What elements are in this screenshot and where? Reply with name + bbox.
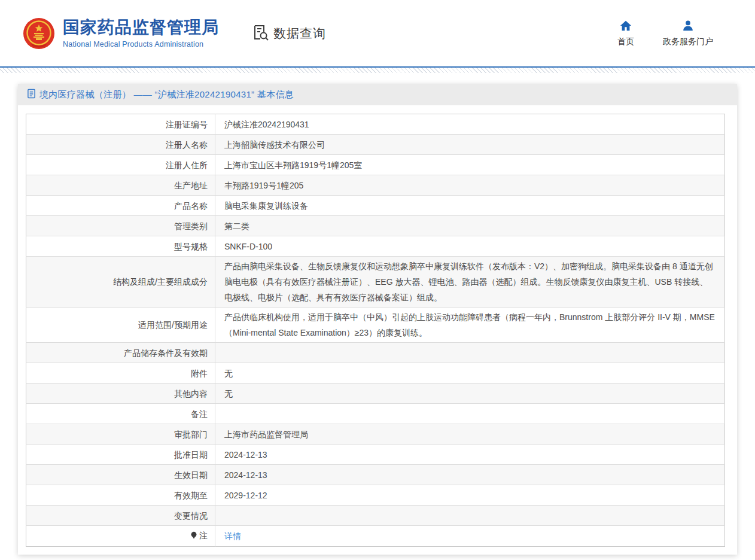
table-row: 注册证编号沪械注准20242190431 (26, 114, 725, 135)
nav-home-label: 首页 (617, 36, 634, 47)
row-value: 丰翔路1919号1幢205 (215, 175, 725, 196)
table-row: 生效日期2024-12-13 (26, 465, 725, 485)
details-link[interactable]: 详情 (224, 531, 241, 541)
row-label: 注册人住所 (26, 155, 215, 175)
nav-gov-portal[interactable]: 政务服务门户 (663, 19, 713, 47)
row-value: 2029-12-12 (215, 485, 725, 506)
row-value: 第二类 (215, 216, 725, 236)
row-value: 无 (215, 384, 725, 404)
row-label-text: 生效日期 (174, 470, 208, 480)
table-row: 注详情 (26, 526, 725, 547)
row-label: 备注 (26, 404, 215, 424)
table-row: 生产地址丰翔路1919号1幢205 (26, 175, 725, 196)
header-divider (0, 66, 755, 73)
site-header: 国家药品监督管理局 National Medical Products Admi… (0, 0, 755, 66)
row-value: 上海韶脑传感技术有限公司 (215, 135, 725, 155)
row-label-text: 批准日期 (174, 450, 208, 459)
row-label: 有效期至 (26, 485, 215, 506)
data-query-label: 数据查询 (273, 25, 326, 42)
row-label: 注册证编号 (26, 114, 215, 135)
row-label-text: 审批部门 (174, 430, 208, 439)
row-label: 管理类别 (26, 216, 215, 236)
row-label: 结构及组成/主要组成成分 (26, 257, 215, 308)
table-row: 产品名称脑电采集康复训练设备 (26, 196, 725, 216)
site-subtitle: National Medical Products Administration (63, 40, 219, 48)
row-value: 沪械注准20242190431 (215, 114, 725, 135)
table-row: 适用范围/预期用途产品供临床机构使用，适用于脑卒中（中风）引起的上肢运动功能障碍… (26, 308, 725, 343)
row-label-text: 注册证编号 (166, 120, 208, 129)
table-row: 变更情况 (26, 506, 725, 526)
table-wrapper: 注册证编号沪械注准20242190431注册人名称上海韶脑传感技术有限公司注册人… (18, 105, 737, 547)
row-label: 批准日期 (26, 445, 215, 465)
row-label-text: 注 (199, 531, 208, 540)
breadcrumb: 境内医疗器械（注册） —— “沪械注准20242190431” 基本信息 (18, 84, 737, 105)
row-label: 生产地址 (26, 175, 215, 196)
row-label: 适用范围/预期用途 (26, 308, 215, 343)
table-row: 批准日期2024-12-13 (26, 445, 725, 465)
row-label: 产品名称 (26, 196, 215, 216)
row-label-text: 适用范围/预期用途 (138, 320, 208, 330)
doc-search-icon (252, 24, 269, 43)
site-title: 国家药品监督管理局 (63, 18, 219, 37)
table-row: 注册人名称上海韶脑传感技术有限公司 (26, 135, 725, 155)
top-nav: 首页 政务服务门户 (617, 19, 713, 47)
row-value: 2024-12-13 (215, 445, 725, 465)
row-label-text: 产品名称 (174, 201, 208, 211)
row-value: 产品由脑电采集设备、生物反馈康复仪和运动想象脑卒中康复训练软件（发布版本：V2）… (215, 257, 725, 308)
table-row: 审批部门上海市药品监督管理局 (26, 424, 725, 445)
row-value: SNKF-D-100 (215, 236, 725, 257)
row-label-text: 其他内容 (174, 389, 208, 398)
table-row: 注册人住所上海市宝山区丰翔路1919号1幢205室 (26, 155, 725, 175)
row-value: 上海市宝山区丰翔路1919号1幢205室 (215, 155, 725, 175)
row-label-text: 产品储存条件及有效期 (124, 348, 208, 358)
row-label: 生效日期 (26, 465, 215, 485)
row-label-text: 备注 (191, 409, 208, 419)
row-value: 脑电采集康复训练设备 (215, 196, 725, 216)
table-row: 有效期至2029-12-12 (26, 485, 725, 506)
row-label-text: 变更情况 (174, 511, 208, 521)
row-label-text: 附件 (191, 369, 208, 378)
row-label: 产品储存条件及有效期 (26, 343, 215, 363)
row-label: 注册人名称 (26, 135, 215, 155)
table-row: 备注 (26, 404, 725, 424)
row-label: 审批部门 (26, 424, 215, 445)
row-label-text: 有效期至 (174, 491, 208, 500)
user-icon (681, 19, 695, 32)
table-row: 附件无 (26, 363, 725, 384)
detail-panel: 境内医疗器械（注册） —— “沪械注准20242190431” 基本信息 注册证… (18, 84, 737, 555)
table-row: 其他内容无 (26, 384, 725, 404)
table-row: 结构及组成/主要组成成分产品由脑电采集设备、生物反馈康复仪和运动想象脑卒中康复训… (26, 257, 725, 308)
nav-gov-portal-label: 政务服务门户 (663, 36, 713, 47)
row-value: 无 (215, 363, 725, 384)
row-value: 上海市药品监督管理局 (215, 424, 725, 445)
row-label-text: 结构及组成/主要组成成分 (113, 277, 208, 287)
table-row: 型号规格SNKF-D-100 (26, 236, 725, 257)
bulb-icon (190, 529, 197, 544)
brand-block: 国家药品监督管理局 National Medical Products Admi… (63, 18, 219, 48)
table-row: 管理类别第二类 (26, 216, 725, 236)
row-label: 其他内容 (26, 384, 215, 404)
row-value: 产品供临床机构使用，适用于脑卒中（中风）引起的上肢运动功能障碍患者（病程一年内，… (215, 308, 725, 343)
nav-home[interactable]: 首页 (617, 19, 634, 47)
row-value: 2024-12-13 (215, 465, 725, 485)
row-label: 注 (26, 526, 215, 547)
row-label-text: 管理类别 (174, 221, 208, 231)
document-icon (27, 89, 36, 101)
row-value: 详情 (215, 526, 725, 547)
data-query-link[interactable]: 数据查询 (252, 24, 326, 43)
table-row: 产品储存条件及有效期 (26, 343, 725, 363)
main-content: 境内医疗器械（注册） —— “沪械注准20242190431” 基本信息 注册证… (0, 73, 755, 560)
row-value (215, 506, 725, 526)
nmpa-emblem-logo[interactable] (23, 17, 55, 50)
row-value (215, 343, 725, 363)
row-label: 附件 (26, 363, 215, 384)
row-value (215, 404, 725, 424)
row-label-text: 生产地址 (174, 181, 208, 190)
row-label-text: 注册人住所 (166, 160, 208, 170)
row-label-text: 型号规格 (174, 242, 208, 251)
page-title: 境内医疗器械（注册） —— “沪械注准20242190431” 基本信息 (39, 89, 294, 101)
row-label: 型号规格 (26, 236, 215, 257)
row-label: 变更情况 (26, 506, 215, 526)
home-icon (619, 19, 632, 32)
row-label-text: 注册人名称 (166, 140, 208, 150)
